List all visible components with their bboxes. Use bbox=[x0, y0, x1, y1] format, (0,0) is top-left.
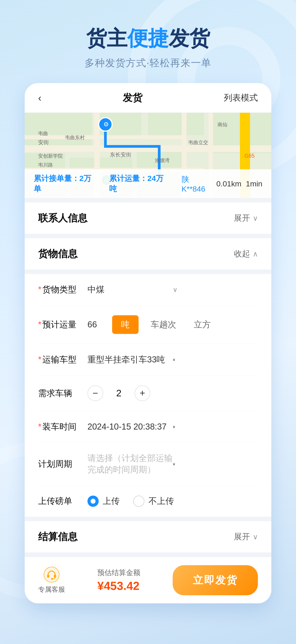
contact-toggle[interactable]: 展开 ∨ bbox=[234, 213, 258, 224]
upload-bill-label: 上传磅单 bbox=[38, 495, 83, 507]
contact-chevron-icon: ∨ bbox=[253, 214, 258, 222]
plan-period-dropdown[interactable]: 请选择（计划全部运输完成的时间周期） ∨ bbox=[87, 452, 258, 475]
list-mode-button[interactable]: 列表模式 bbox=[224, 92, 258, 104]
back-button[interactable]: ‹ bbox=[38, 92, 41, 104]
map-area: 安街 韦曲 韦曲东村 东长安街 韦曲立交 南仙 安创新学院 韦川路 渔塘湾 G6… bbox=[25, 113, 271, 198]
subtitle: 多种发货方式·轻松再来一单 bbox=[0, 56, 296, 70]
goods-type-label: *货物类型 bbox=[38, 284, 83, 295]
map-driver-info: 陕K**846 0.01km 1min bbox=[182, 174, 262, 193]
title-part3: 发货 bbox=[169, 27, 210, 50]
settlement-toggle[interactable]: 展开 ∨ bbox=[234, 531, 258, 542]
vehicle-count-stepper: − 2 + bbox=[87, 385, 258, 401]
volume-label: *预计运量 bbox=[38, 319, 83, 330]
loading-time-row: *装车时间 2024-10-15 20:38:37 ∨ bbox=[38, 411, 258, 442]
upload-bill-radio-group: 上传 不上传 bbox=[87, 495, 258, 507]
svg-text:渔塘湾: 渔塘湾 bbox=[155, 158, 169, 163]
svg-rect-3 bbox=[148, 113, 204, 135]
vehicle-type-chevron-icon: ∨ bbox=[173, 358, 258, 362]
unit-trip-btn[interactable]: 车趟次 bbox=[145, 315, 182, 334]
title-part2: 便捷 bbox=[127, 27, 169, 50]
goods-type-value: 中煤 bbox=[87, 284, 173, 295]
settlement-chevron-icon: ∨ bbox=[253, 532, 258, 541]
estimate-label: 预估结算金额 bbox=[97, 568, 140, 578]
upload-yes-label: 上传 bbox=[103, 495, 120, 507]
svg-text:韦曲立交: 韦曲立交 bbox=[188, 140, 208, 145]
driver-time: 1min bbox=[246, 180, 262, 188]
upload-no-radio[interactable] bbox=[133, 496, 145, 507]
svg-text:⊙: ⊙ bbox=[104, 121, 109, 128]
stepper-value: 2 bbox=[112, 388, 126, 398]
loading-time-chevron-icon: ∨ bbox=[173, 424, 258, 429]
svg-text:安创新学院: 安创新学院 bbox=[38, 153, 63, 159]
svg-text:韦川路: 韦川路 bbox=[38, 162, 53, 168]
volume-value[interactable]: 66 bbox=[87, 320, 105, 330]
form-area: *货物类型 中煤 ∨ *预计运量 66 吨 车趟次 立方 bbox=[25, 274, 271, 517]
stepper-plus-btn[interactable]: + bbox=[135, 385, 150, 401]
svg-text:G65: G65 bbox=[244, 153, 255, 159]
header-section: 货主便捷发货 多种发货方式·轻松再来一单 bbox=[0, 0, 296, 83]
nav-title: 发货 bbox=[123, 91, 143, 104]
estimate-amount: ¥453.42 bbox=[97, 579, 140, 592]
contact-section-header: 联系人信息 展开 ∨ bbox=[25, 202, 271, 234]
goods-title: 货物信息 bbox=[38, 247, 78, 260]
plan-period-placeholder: 请选择（计划全部运输完成的时间周期） bbox=[87, 452, 173, 475]
svg-text:南仙: 南仙 bbox=[218, 122, 227, 127]
stepper-minus-btn[interactable]: − bbox=[87, 385, 103, 401]
contact-title: 联系人信息 bbox=[38, 212, 87, 225]
upload-no-label: 不上传 bbox=[148, 495, 174, 507]
vehicle-count-row: 需求车辆 − 2 + bbox=[38, 376, 258, 411]
bottom-bar: 专属客服 预估结算金额 ¥453.42 立即发货 bbox=[25, 557, 271, 603]
upload-yes-option[interactable]: 上传 bbox=[87, 495, 120, 507]
svg-text:韦曲: 韦曲 bbox=[38, 131, 48, 136]
submit-button[interactable]: 立即发货 bbox=[173, 565, 258, 595]
map-stat-orders: 累计接单量：2万单 bbox=[34, 173, 98, 194]
vehicle-type-value: 重型半挂牵引车33吨 bbox=[87, 354, 173, 365]
goods-type-row: *货物类型 中煤 ∨ bbox=[38, 274, 258, 306]
svg-point-33 bbox=[51, 578, 53, 580]
loading-time-label: *装车时间 bbox=[38, 421, 83, 432]
cs-label: 专属客服 bbox=[38, 585, 65, 594]
upload-bill-row: 上传磅单 上传 不上传 bbox=[38, 486, 258, 517]
volume-row: *预计运量 66 吨 车趟次 立方 bbox=[38, 306, 258, 344]
map-stat-tonnage: 累计运量：24万吨 bbox=[109, 173, 170, 194]
map-info-bar: 累计接单量：2万单 累计运量：24万吨 陕K**846 0.01km 1min bbox=[25, 169, 271, 198]
upload-yes-radio[interactable] bbox=[87, 496, 99, 507]
nav-bar: ‹ 发货 列表模式 bbox=[25, 83, 271, 113]
plan-period-row: 计划周期 请选择（计划全部运输完成的时间周期） ∨ bbox=[38, 442, 258, 486]
goods-toggle[interactable]: 收起 ∧ bbox=[234, 248, 258, 259]
driver-distance: 0.01km bbox=[216, 180, 242, 188]
plan-period-label: 计划周期 bbox=[38, 458, 83, 470]
loading-time-value: 2024-10-15 20:38:37 bbox=[87, 422, 173, 432]
svg-rect-31 bbox=[47, 574, 49, 578]
plan-period-chevron-icon: ∨ bbox=[173, 462, 258, 466]
svg-point-30 bbox=[44, 567, 59, 582]
goods-type-dropdown[interactable]: 中煤 ∨ bbox=[87, 284, 258, 295]
vehicle-type-row: *运输车型 重型半挂牵引车33吨 ∨ bbox=[38, 344, 258, 376]
upload-no-option[interactable]: 不上传 bbox=[133, 495, 174, 507]
settlement-title: 结算信息 bbox=[38, 530, 78, 544]
svg-text:东长安街: 东长安街 bbox=[110, 152, 132, 158]
main-title: 货主便捷发货 bbox=[0, 27, 296, 50]
headset-icon bbox=[43, 566, 60, 583]
svg-text:安街: 安街 bbox=[38, 139, 49, 145]
goods-section-header: 货物信息 收起 ∧ bbox=[25, 238, 271, 270]
svg-rect-32 bbox=[54, 574, 56, 578]
unit-ton-btn[interactable]: 吨 bbox=[112, 315, 139, 334]
goods-chevron-icon: ∧ bbox=[253, 250, 258, 258]
loading-time-dropdown[interactable]: 2024-10-15 20:38:37 ∨ bbox=[87, 422, 258, 432]
phone-card-wrapper: ‹ 发货 列表模式 bbox=[0, 83, 296, 603]
vehicle-type-dropdown[interactable]: 重型半挂牵引车33吨 ∨ bbox=[87, 354, 258, 365]
goods-type-chevron-icon: ∨ bbox=[173, 286, 258, 294]
phone-card: ‹ 发货 列表模式 bbox=[25, 83, 271, 603]
vehicle-count-label: 需求车辆 bbox=[38, 388, 83, 399]
driver-plate: 陕K**846 bbox=[182, 174, 212, 193]
title-part1: 货主 bbox=[86, 27, 127, 50]
vehicle-type-label: *运输车型 bbox=[38, 354, 83, 365]
estimate-section: 预估结算金额 ¥453.42 bbox=[97, 568, 140, 592]
settlement-section-header: 结算信息 展开 ∨ bbox=[25, 521, 271, 552]
unit-toggle: 66 吨 车趟次 立方 bbox=[87, 315, 258, 334]
customer-service[interactable]: 专属客服 bbox=[38, 566, 65, 594]
unit-cubic-btn[interactable]: 立方 bbox=[188, 315, 216, 334]
svg-text:韦曲东村: 韦曲东村 bbox=[65, 135, 85, 140]
svg-rect-10 bbox=[25, 135, 182, 139]
